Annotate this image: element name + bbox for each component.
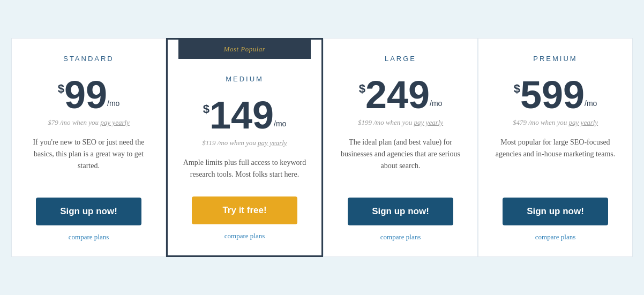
price-block-medium: $ 149 /mo bbox=[203, 96, 287, 134]
compare-plans-link-premium[interactable]: compare plans bbox=[535, 233, 575, 241]
price-period-large: /mo bbox=[430, 99, 442, 108]
pay-yearly-link-premium[interactable]: pay yearly bbox=[569, 118, 598, 126]
plan-description-standard: If you're new to SEO or just need the ba… bbox=[23, 137, 155, 182]
price-amount-medium: 149 bbox=[209, 96, 274, 134]
price-dollar-medium: $ bbox=[203, 102, 209, 116]
compare-plans-link-standard[interactable]: compare plans bbox=[69, 233, 109, 241]
pay-yearly-link-large[interactable]: pay yearly bbox=[414, 118, 444, 126]
price-block-standard: $ 99 /mo bbox=[58, 75, 120, 114]
price-dollar-standard: $ bbox=[58, 82, 64, 96]
pricing-card-premium: PREMIUM $ 599 /mo $479 /mo when you pay … bbox=[478, 38, 633, 258]
pricing-card-medium: Most Popular MEDIUM $ 149 /mo $119 /mo w… bbox=[166, 38, 323, 258]
price-dollar-large: $ bbox=[359, 82, 365, 96]
plan-description-medium: Ample limits plus full access to keyword… bbox=[178, 157, 311, 181]
compare-plans-link-large[interactable]: compare plans bbox=[380, 233, 421, 241]
price-yearly-premium: $479 /mo when you pay yearly bbox=[513, 118, 598, 127]
pricing-card-large: LARGE $ 249 /mo $199 /mo when you pay ye… bbox=[323, 38, 478, 258]
compare-plans-link-medium[interactable]: compare plans bbox=[224, 232, 265, 240]
price-yearly-large: $199 /mo when you pay yearly bbox=[358, 118, 443, 127]
try-free-button-medium[interactable]: Try it free! bbox=[192, 196, 298, 224]
price-amount-large: 249 bbox=[365, 75, 430, 114]
price-block-premium: $ 599 /mo bbox=[514, 75, 597, 114]
pricing-card-standard: STANDARD $ 99 /mo $79 /mo when you pay y… bbox=[11, 38, 166, 258]
pay-yearly-link-standard[interactable]: pay yearly bbox=[100, 118, 130, 126]
plan-name-medium: MEDIUM bbox=[226, 75, 264, 83]
price-period-standard: /mo bbox=[107, 99, 119, 108]
plan-name-large: LARGE bbox=[385, 55, 416, 63]
plan-description-large: The ideal plan (and best value) for busi… bbox=[334, 137, 467, 182]
plan-description-premium: Most popular for large SEO-focused agenc… bbox=[489, 137, 621, 182]
price-yearly-standard: $79 /mo when you pay yearly bbox=[48, 118, 130, 127]
price-block-large: $ 249 /mo bbox=[359, 75, 443, 114]
pricing-container: STANDARD $ 99 /mo $79 /mo when you pay y… bbox=[11, 38, 633, 258]
most-popular-banner: Most Popular bbox=[178, 40, 311, 59]
price-amount-standard: 99 bbox=[64, 75, 107, 114]
signup-button-premium[interactable]: Sign up now! bbox=[503, 198, 609, 225]
price-yearly-medium: $119 /mo when you pay yearly bbox=[202, 139, 287, 147]
pay-yearly-link-medium[interactable]: pay yearly bbox=[258, 139, 287, 147]
plan-name-standard: STANDARD bbox=[63, 55, 114, 63]
price-period-medium: /mo bbox=[274, 119, 286, 128]
price-dollar-premium: $ bbox=[514, 82, 520, 96]
price-amount-premium: 599 bbox=[520, 75, 585, 114]
plan-name-premium: PREMIUM bbox=[533, 55, 577, 63]
price-period-premium: /mo bbox=[585, 99, 597, 108]
signup-button-large[interactable]: Sign up now! bbox=[348, 198, 454, 225]
signup-button-standard[interactable]: Sign up now! bbox=[36, 198, 142, 225]
